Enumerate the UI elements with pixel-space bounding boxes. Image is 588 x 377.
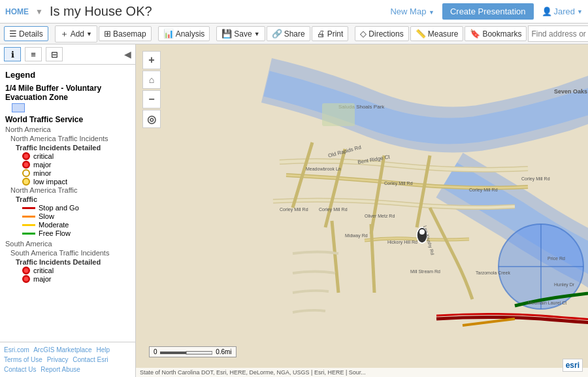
minor-dot-icon bbox=[22, 169, 30, 177]
svg-text:Hunley Dr: Hunley Dr bbox=[554, 282, 575, 287]
svg-text:Corley Mill Rd: Corley Mill Rd bbox=[521, 176, 550, 182]
na-traffic-label: North America Traffic bbox=[10, 186, 130, 194]
sa-major-dot-icon bbox=[22, 275, 30, 283]
footer-report-abuse-link[interactable]: Report Abuse bbox=[41, 366, 80, 373]
user-menu-button[interactable]: 👤 Jared ▼ bbox=[542, 7, 583, 16]
south-america-label: South America bbox=[5, 240, 130, 248]
save-button[interactable]: 💾 Save ▼ bbox=[216, 26, 265, 41]
svg-text:Oliver Metz Rd: Oliver Metz Rd bbox=[365, 214, 395, 218]
add-dropdown-arrow: ▼ bbox=[86, 31, 92, 37]
create-presentation-button[interactable]: Create Presentation bbox=[442, 3, 534, 20]
home-button[interactable]: ⌂ bbox=[142, 71, 161, 89]
world-traffic-section: World Traffic Service North America Nort… bbox=[5, 115, 130, 283]
buffer-box-icon bbox=[12, 103, 25, 112]
top-bar-right: New Map ▼ Create Presentation 👤 Jared ▼ bbox=[390, 3, 583, 20]
footer-privacy-link[interactable]: Privacy bbox=[47, 356, 69, 363]
sa-incidents-label: South America Traffic Incidents bbox=[10, 249, 130, 257]
minor-legend-item: minor bbox=[22, 169, 130, 177]
measure-button[interactable]: 📏 Measure bbox=[410, 26, 464, 41]
stopgo-legend-item: Stop and Go bbox=[22, 204, 130, 212]
svg-text:Price Rd: Price Rd bbox=[547, 256, 565, 261]
add-button[interactable]: ＋ Add ▼ bbox=[55, 25, 97, 42]
critical-legend-item: critical bbox=[22, 152, 130, 160]
svg-text:Hickory Hill Rd: Hickory Hill Rd bbox=[387, 240, 417, 245]
map-attribution: State of North Carolina DOT, Esri, HERE,… bbox=[136, 368, 588, 377]
bookmarks-button[interactable]: 🔖 Bookmarks bbox=[465, 26, 527, 41]
sidebar-tab-info[interactable]: ℹ bbox=[4, 47, 21, 61]
top-bar: HOME ▼ Is my House OK? New Map ▼ Create … bbox=[0, 0, 588, 24]
directions-icon: ◇ bbox=[360, 29, 367, 39]
bookmarks-icon: 🔖 bbox=[470, 29, 480, 39]
compass-button[interactable]: ◎ bbox=[142, 110, 161, 128]
save-icon: 💾 bbox=[221, 29, 232, 39]
slow-legend-item: Slow bbox=[22, 212, 130, 220]
home-arrow: ▼ bbox=[35, 7, 43, 16]
moderate-legend-item: Moderate bbox=[22, 221, 130, 229]
esri-logo: esri bbox=[563, 359, 583, 372]
free-flow-legend-item: Free Flow bbox=[22, 229, 130, 237]
share-button[interactable]: 🔗 Share bbox=[267, 26, 310, 41]
sidebar-tabs: ℹ ≡ ⊟ ◀ bbox=[0, 44, 135, 65]
footer-contact-esri-link[interactable]: Contact Esri bbox=[73, 356, 108, 363]
sidebar-footer: Esri.com ArcGIS Marketplace Help Terms o… bbox=[0, 342, 135, 377]
basemap-icon: ⊞ bbox=[104, 29, 111, 39]
main-content: ℹ ≡ ⊟ ◀ Legend 1/4 Mile Buffer - Volunta… bbox=[0, 44, 588, 377]
free-flow-line-icon bbox=[22, 233, 35, 235]
print-button[interactable]: 🖨 Print bbox=[312, 26, 349, 41]
major-legend-item: major bbox=[22, 161, 130, 169]
svg-text:Midway Rd: Midway Rd bbox=[345, 233, 368, 238]
world-traffic-title: World Traffic Service bbox=[5, 115, 130, 124]
traffic-incidents-detailed-label: Traffic Incidents Detailed bbox=[16, 144, 130, 152]
legend-title: Legend bbox=[5, 70, 130, 80]
directions-button[interactable]: ◇ Directions bbox=[355, 26, 408, 41]
map-canvas: Old Rapids Rd Bent Ridge Ct Corley Mill … bbox=[136, 44, 588, 377]
svg-rect-28 bbox=[186, 352, 212, 354]
svg-text:Meadowbrook Ln: Meadowbrook Ln bbox=[306, 167, 341, 171]
na-incidents-label: North America Traffic Incidents bbox=[10, 135, 130, 142]
analysis-button[interactable]: 📊 Analysis bbox=[158, 26, 210, 41]
user-icon: 👤 bbox=[542, 7, 552, 16]
slow-line-icon bbox=[22, 216, 35, 218]
svg-text:Seven Oaks: Seven Oaks bbox=[554, 88, 587, 95]
footer-terms-link[interactable]: Terms of Use bbox=[4, 356, 42, 363]
svg-text:Corley Mill Rd: Corley Mill Rd bbox=[319, 207, 348, 212]
sa-major-legend-item: major bbox=[22, 275, 130, 283]
svg-rect-26 bbox=[322, 103, 355, 126]
stopgo-line-icon bbox=[22, 207, 35, 209]
new-map-button[interactable]: New Map ▼ bbox=[390, 7, 434, 16]
svg-text:Corley Mill Rd: Corley Mill Rd bbox=[384, 181, 413, 186]
scale-bar: 0 0.6mi bbox=[149, 346, 237, 357]
svg-text:Tarzomola Creek: Tarzomola Creek bbox=[476, 270, 510, 275]
traffic-label: Traffic bbox=[16, 195, 130, 203]
zoom-in-button[interactable]: + bbox=[142, 51, 161, 69]
zoom-out-button[interactable]: − bbox=[142, 90, 161, 108]
sidebar-collapse-button[interactable]: ◀ bbox=[124, 49, 131, 59]
buffer-title: 1/4 Mile Buffer - Voluntary Evacuation Z… bbox=[5, 84, 130, 102]
svg-rect-27 bbox=[160, 352, 186, 354]
sidebar-tab-table[interactable]: ⊟ bbox=[46, 47, 63, 61]
legend-buffer-section: 1/4 Mile Buffer - Voluntary Evacuation Z… bbox=[5, 84, 130, 112]
analysis-icon: 📊 bbox=[163, 29, 174, 39]
critical-dot-icon bbox=[22, 152, 30, 160]
home-link[interactable]: HOME bbox=[5, 7, 29, 16]
share-icon: 🔗 bbox=[272, 29, 282, 39]
svg-text:Corley Mill Rd: Corley Mill Rd bbox=[280, 207, 308, 212]
footer-esri-link[interactable]: Esri.com bbox=[4, 346, 29, 353]
measure-icon: 📏 bbox=[416, 29, 426, 39]
add-icon: ＋ bbox=[60, 28, 69, 40]
svg-text:Corley Mill Rd: Corley Mill Rd bbox=[469, 188, 498, 193]
toolbar: ☰ Details ＋ Add ▼ ⊞ Basemap 📊 Analysis 💾… bbox=[0, 24, 588, 44]
basemap-button[interactable]: ⊞ Basemap bbox=[99, 26, 152, 41]
footer-marketplace-link[interactable]: ArcGIS Marketplace bbox=[33, 346, 91, 353]
print-icon: 🖨 bbox=[317, 29, 325, 39]
footer-help-link[interactable]: Help bbox=[96, 346, 110, 353]
low-impact-dot-icon bbox=[22, 178, 30, 186]
moderate-line-icon bbox=[22, 224, 35, 226]
north-america-label: North America bbox=[5, 125, 130, 133]
footer-contact-us-link[interactable]: Contact Us bbox=[4, 366, 36, 373]
sa-traffic-detailed-label: Traffic Incidents Detailed bbox=[16, 258, 130, 266]
sidebar-tab-list[interactable]: ≡ bbox=[25, 47, 42, 61]
map-area[interactable]: Old Rapids Rd Bent Ridge Ct Corley Mill … bbox=[136, 44, 588, 377]
search-input[interactable] bbox=[531, 29, 588, 39]
details-button[interactable]: ☰ Details bbox=[4, 26, 48, 41]
